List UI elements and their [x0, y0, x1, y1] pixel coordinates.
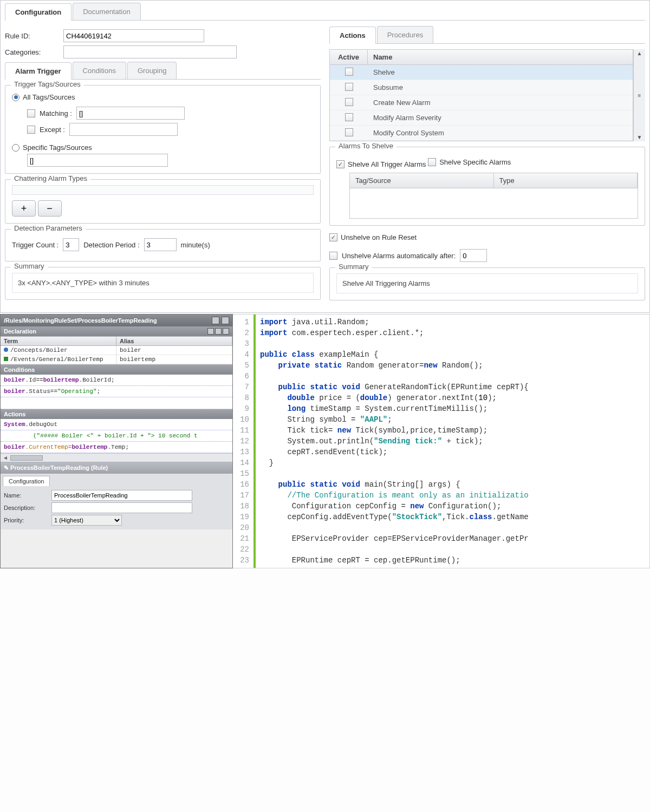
declaration-table: Term /Concepts/Boiler /Events/General/Bo… — [1, 336, 232, 365]
shelve-all-label: Shelve All Trigger Alarms — [348, 160, 426, 168]
shelve-all-checkbox-row[interactable]: Shelve All Trigger Alarms — [336, 160, 426, 168]
chattering-remove-button[interactable]: − — [38, 200, 62, 217]
term-cell[interactable]: /Concepts/Boiler — [1, 346, 116, 355]
action-row[interactable]: Modify Alarm Severity — [330, 110, 633, 126]
rule-properties-panel: ✎ ProcessBoilerTempReading (Rule) Config… — [1, 462, 232, 529]
except-label: Except : — [40, 126, 65, 134]
except-input[interactable] — [69, 123, 178, 136]
action-row[interactable]: Subsume — [330, 80, 633, 95]
action-row[interactable]: Shelve — [330, 65, 633, 80]
tab-alarm-trigger[interactable]: Alarm Trigger — [5, 62, 72, 80]
action-name: Modify Control System — [368, 126, 633, 140]
matching-checkbox[interactable] — [27, 109, 35, 117]
scroll-grip-icon[interactable]: ≡ — [638, 91, 641, 100]
main-tabs: Configuration Documentation — [5, 3, 645, 21]
conditions-bar: Conditions — [4, 366, 35, 373]
toolbar-icon[interactable] — [207, 328, 214, 335]
toolbar-icon[interactable] — [215, 328, 222, 335]
alias-header[interactable]: Alias — [116, 337, 232, 346]
rule-id-label: Rule ID: — [5, 32, 59, 40]
trigger-count-input[interactable] — [63, 238, 79, 251]
action-active-checkbox[interactable] — [345, 83, 353, 91]
action-name: Subsume — [368, 80, 633, 95]
h-scrollbar-thumb[interactable] — [10, 455, 43, 461]
rule-description-input[interactable] — [51, 502, 192, 513]
except-checkbox[interactable] — [27, 126, 35, 134]
detection-legend: Detection Parameters — [11, 224, 86, 232]
checkbox-icon — [329, 233, 337, 241]
action-row[interactable]: Create New Alarm — [330, 95, 633, 110]
scroll-left-icon[interactable]: ◄ — [1, 455, 10, 461]
condition-line[interactable]: boiler.Id==boilertemp.BoilerId; — [1, 375, 232, 386]
tab-configuration[interactable]: Configuration — [5, 3, 72, 21]
col-type[interactable]: Type — [494, 173, 638, 188]
matching-label: Matching : — [40, 109, 72, 117]
action-name: Create New Alarm — [368, 95, 633, 110]
detection-period-input[interactable] — [144, 238, 177, 251]
action-line[interactable]: System.debugOut — [1, 419, 232, 430]
rule-id-input[interactable] — [63, 29, 204, 42]
radio-specific-tags[interactable]: Specific Tags/Sources — [12, 143, 92, 152]
right-summary-fieldset: Summary Shelve All Triggering Alarms — [329, 267, 645, 300]
action-active-checkbox[interactable] — [345, 68, 353, 76]
scroll-down-icon[interactable]: ▼ — [637, 133, 642, 141]
term-header[interactable]: Term — [1, 337, 116, 346]
tab-rule-config[interactable]: Configuration — [3, 476, 50, 486]
tab-documentation[interactable]: Documentation — [73, 3, 140, 20]
toolbar-icon[interactable] — [223, 328, 229, 335]
detection-unit-label: minute(s) — [181, 241, 210, 249]
action-active-checkbox[interactable] — [345, 98, 353, 106]
left-column: Rule ID: Categories: Alarm Trigger Condi… — [5, 26, 321, 306]
radio-all-tags[interactable]: All Tags/Sources — [12, 93, 75, 101]
chattering-listbox[interactable] — [12, 185, 314, 195]
unshelve-reset-checkbox-row[interactable]: Unshelve on Rule Reset — [329, 233, 417, 241]
term-cell[interactable]: /Events/General/BoilerTemp — [1, 355, 116, 364]
shelve-table-body[interactable] — [350, 188, 638, 218]
condition-line[interactable]: boiler.Status=="Operating"; — [1, 386, 232, 397]
chattering-add-button[interactable]: + — [12, 200, 36, 217]
trigger-tags-legend: Trigger Tags/Sources — [11, 80, 84, 88]
col-active-header[interactable]: Active — [330, 50, 368, 64]
code-editor[interactable]: 1 2 3 4 5 6 7 8 9 10 11 12 13 14 15 16 1… — [233, 314, 650, 568]
radio-icon — [12, 94, 20, 101]
window-icon[interactable] — [222, 317, 229, 324]
shelve-specific-checkbox-row[interactable]: Shelve Specific Alarms — [428, 158, 511, 166]
alias-cell[interactable]: boiler — [116, 346, 232, 355]
unshelve-reset-label: Unshelve on Rule Reset — [341, 233, 417, 241]
alias-cell[interactable]: boilertemp — [116, 355, 232, 364]
tab-conditions[interactable]: Conditions — [73, 62, 126, 79]
detection-period-label: Detection Period : — [83, 241, 139, 249]
unshelve-auto-input[interactable] — [460, 249, 487, 262]
trigger-tabs: Alarm Trigger Conditions Grouping — [5, 62, 321, 80]
chattering-fieldset: Chattering Alarm Types + − — [5, 179, 321, 224]
code-body[interactable]: import java.util.Random; import com.espe… — [256, 315, 533, 568]
action-active-checkbox[interactable] — [345, 113, 353, 121]
col-tag-source[interactable]: Tag/Source — [350, 173, 494, 188]
tab-procedures[interactable]: Procedures — [377, 26, 433, 43]
actions-scrollbar[interactable]: ▲ ≡ ▼ — [633, 49, 645, 141]
priority-select[interactable]: 1 (Highest) — [51, 515, 122, 526]
checkbox-icon — [428, 158, 436, 166]
scroll-up-icon[interactable]: ▲ — [637, 49, 642, 57]
rule-name-input[interactable] — [51, 490, 192, 501]
tab-grouping[interactable]: Grouping — [127, 62, 177, 79]
unshelve-auto-checkbox[interactable] — [329, 252, 337, 260]
window-icon[interactable] — [212, 317, 219, 324]
action-active-checkbox[interactable] — [345, 128, 353, 136]
col-name-header[interactable]: Name — [368, 50, 633, 64]
matching-input[interactable] — [76, 107, 185, 120]
right-summary-legend: Summary — [335, 263, 372, 271]
priority-label: Priority: — [4, 517, 47, 523]
action-line[interactable]: ("##### Boiler <" + boiler.Id + "> 10 se… — [1, 430, 232, 442]
action-row[interactable]: Modify Control System — [330, 126, 633, 141]
specific-tags-input[interactable] — [27, 154, 168, 167]
name-label: Name: — [4, 492, 47, 499]
categories-input[interactable] — [63, 45, 237, 58]
shelve-specific-table: Tag/Source Type — [349, 173, 638, 219]
action-line[interactable]: boiler.CurrentTemp=boilertemp.Temp; — [1, 442, 232, 453]
left-summary-text: 3x <ANY>.<ANY_TYPE> within 3 minutes — [12, 273, 314, 293]
condition-line[interactable] — [1, 397, 232, 409]
right-tabs: Actions Procedures — [329, 26, 645, 44]
tab-actions[interactable]: Actions — [329, 27, 376, 44]
action-name: Shelve — [368, 65, 633, 80]
